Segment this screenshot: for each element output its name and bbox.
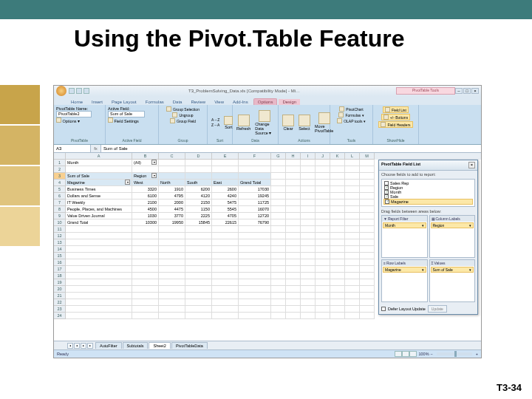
- tab-design[interactable]: Design: [279, 99, 300, 105]
- column-labels-area[interactable]: ▦Column Labels Region▾: [429, 215, 476, 258]
- cell[interactable]: [330, 279, 345, 286]
- cell[interactable]: [66, 266, 132, 273]
- cell[interactable]: [301, 293, 316, 299]
- cell[interactable]: [360, 253, 375, 259]
- row-header[interactable]: 22: [54, 299, 66, 306]
- cell[interactable]: [239, 279, 271, 286]
- cell[interactable]: [66, 259, 132, 266]
- cell[interactable]: [159, 160, 185, 166]
- col-header-B[interactable]: B: [132, 153, 159, 160]
- clear-button[interactable]: Clear: [281, 114, 296, 132]
- cell[interactable]: [316, 239, 330, 246]
- row-header[interactable]: 7: [54, 200, 66, 206]
- cell[interactable]: [316, 253, 330, 259]
- cell[interactable]: [132, 233, 159, 239]
- cell[interactable]: [271, 293, 286, 299]
- cell[interactable]: [212, 259, 239, 266]
- cell[interactable]: [159, 233, 185, 239]
- cell[interactable]: [316, 266, 330, 273]
- cell[interactable]: [286, 233, 301, 239]
- cell[interactable]: [286, 273, 301, 279]
- cell[interactable]: [271, 160, 286, 166]
- cell[interactable]: [345, 313, 360, 319]
- close-button[interactable]: ×: [471, 88, 479, 94]
- cell[interactable]: [159, 306, 185, 313]
- cell[interactable]: [271, 193, 286, 200]
- col-header-I[interactable]: I: [301, 153, 316, 160]
- cell[interactable]: [271, 206, 286, 213]
- cell[interactable]: [316, 306, 330, 313]
- col-header-G[interactable]: G: [271, 153, 286, 160]
- cell[interactable]: [271, 259, 286, 266]
- cell[interactable]: [301, 213, 316, 219]
- row-header[interactable]: 2: [54, 166, 66, 173]
- formula-input[interactable]: Sum of Sale: [101, 145, 481, 152]
- cell[interactable]: [185, 160, 212, 166]
- cell[interactable]: Dollars and Sense: [66, 193, 132, 200]
- cell[interactable]: [360, 306, 375, 313]
- cell[interactable]: [330, 293, 345, 299]
- cell[interactable]: [271, 273, 286, 279]
- cell[interactable]: [66, 313, 132, 319]
- quick-access-toolbar[interactable]: [69, 88, 89, 94]
- cell[interactable]: [239, 273, 271, 279]
- cell[interactable]: [316, 180, 330, 186]
- cell[interactable]: [132, 239, 159, 246]
- cell[interactable]: [66, 239, 132, 246]
- cell[interactable]: [185, 173, 212, 180]
- row-header[interactable]: 20: [54, 286, 66, 293]
- cell[interactable]: [271, 173, 286, 180]
- update-button[interactable]: Update: [428, 305, 447, 313]
- cell[interactable]: [316, 293, 330, 299]
- cell[interactable]: [345, 246, 360, 253]
- cell[interactable]: [360, 279, 375, 286]
- cell[interactable]: [239, 246, 271, 253]
- cell[interactable]: 4500: [132, 206, 159, 213]
- cell[interactable]: [360, 226, 375, 233]
- cell[interactable]: [212, 166, 239, 173]
- cell[interactable]: [316, 246, 330, 253]
- cell[interactable]: [301, 313, 316, 319]
- cell[interactable]: [345, 213, 360, 219]
- col-header-F[interactable]: F: [239, 153, 271, 160]
- cell[interactable]: 22615: [212, 219, 239, 226]
- cell[interactable]: [316, 166, 330, 173]
- row-header[interactable]: 18: [54, 273, 66, 279]
- office-button[interactable]: [56, 86, 66, 96]
- cell[interactable]: [316, 193, 330, 200]
- report-filter-area[interactable]: ▼Report Filter Month▾: [381, 215, 428, 258]
- change-source-button[interactable]: Change Data Source ▾: [253, 109, 276, 136]
- cell[interactable]: [330, 286, 345, 293]
- cell[interactable]: [286, 193, 301, 200]
- cell[interactable]: [301, 173, 316, 180]
- row-header[interactable]: 9: [54, 213, 66, 219]
- cell[interactable]: [271, 313, 286, 319]
- cell[interactable]: [330, 239, 345, 246]
- cell[interactable]: 4705: [212, 213, 239, 219]
- pivottable-field-list[interactable]: PivotTable Field List× Choose fields to …: [378, 160, 478, 315]
- pt-name-input[interactable]: PivotTable2: [56, 111, 92, 117]
- tab-review[interactable]: Review: [187, 99, 209, 105]
- cell[interactable]: [330, 273, 345, 279]
- cell[interactable]: [316, 313, 330, 319]
- tab-data[interactable]: Data: [169, 99, 186, 105]
- cell[interactable]: [212, 299, 239, 306]
- cell[interactable]: [286, 166, 301, 173]
- window-controls[interactable]: – □ ×: [455, 88, 479, 94]
- cell[interactable]: [316, 160, 330, 166]
- cell[interactable]: [345, 180, 360, 186]
- cell[interactable]: [212, 233, 239, 239]
- col-header-D[interactable]: D: [185, 153, 212, 160]
- cell[interactable]: [159, 239, 185, 246]
- minimize-button[interactable]: –: [455, 88, 463, 94]
- col-header-A[interactable]: A: [66, 153, 132, 160]
- cell[interactable]: [330, 246, 345, 253]
- cell[interactable]: [271, 253, 286, 259]
- cell[interactable]: [330, 173, 345, 180]
- cell[interactable]: 2000: [159, 200, 185, 206]
- values-area[interactable]: ΣValues Sum of Sale▾: [429, 259, 476, 302]
- cell[interactable]: Grand Total: [239, 180, 271, 186]
- cell[interactable]: [360, 273, 375, 279]
- cell[interactable]: [330, 213, 345, 219]
- cell[interactable]: [345, 299, 360, 306]
